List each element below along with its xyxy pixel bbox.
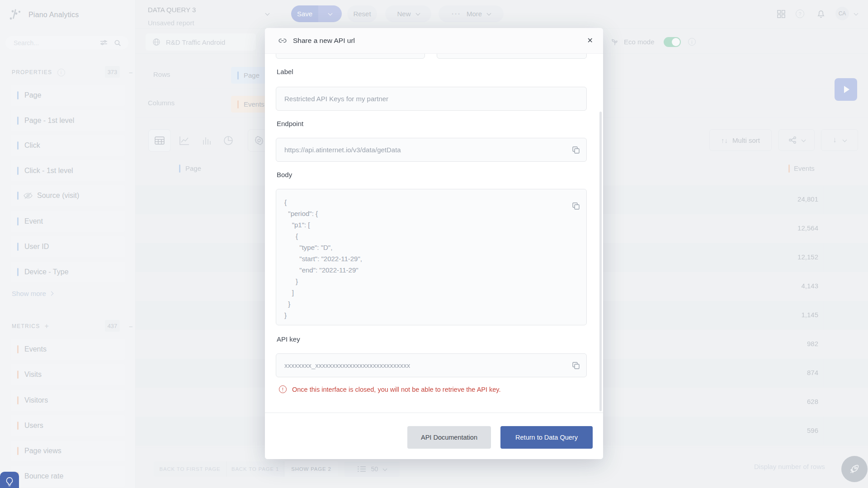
body-field[interactable]: { "period": { "p1": [ { "type": "D", "st… <box>276 189 587 325</box>
lightbulb-icon <box>5 476 14 488</box>
api-key-warning: ! Once this interface is closed, you wil… <box>279 385 501 393</box>
label-field[interactable] <box>276 87 587 111</box>
api-key-input[interactable] <box>284 361 586 369</box>
body-json-text: { "period": { "p1": [ { "type": "D", "st… <box>284 197 586 321</box>
endpoint-field[interactable] <box>276 138 587 162</box>
app-root: Piano Analytics PROPERTIES i 373 − Page … <box>0 0 868 488</box>
share-api-url-modal: Share a new API url ✕ Label Endpoint Bod… <box>265 28 603 459</box>
copy-icon[interactable] <box>572 146 580 154</box>
api-documentation-button[interactable]: API Documentation <box>407 426 491 449</box>
feedback-fab-button[interactable] <box>0 472 19 488</box>
modal-title: Share a new API url <box>293 37 355 45</box>
link-icon <box>278 36 288 46</box>
warning-text: Once this interface is closed, you will … <box>292 386 501 393</box>
api-key-field-label: API key <box>277 335 300 343</box>
modal-scrollbar[interactable] <box>599 112 602 411</box>
label-input[interactable] <box>284 95 586 103</box>
modal-header: Share a new API url ✕ <box>265 28 603 53</box>
label-field-label: Label <box>277 68 293 75</box>
modal-footer: API Documentation Return to Data Query <box>265 413 603 459</box>
copy-icon[interactable] <box>572 202 580 210</box>
api-key-field[interactable] <box>276 353 587 377</box>
return-to-data-query-button[interactable]: Return to Data Query <box>500 426 593 449</box>
body-field-label: Body <box>277 171 292 178</box>
endpoint-input[interactable] <box>284 146 586 154</box>
endpoint-field-label: Endpoint <box>277 120 303 127</box>
close-icon[interactable]: ✕ <box>587 37 593 44</box>
copy-icon[interactable] <box>572 361 580 370</box>
warning-icon: ! <box>279 385 287 393</box>
